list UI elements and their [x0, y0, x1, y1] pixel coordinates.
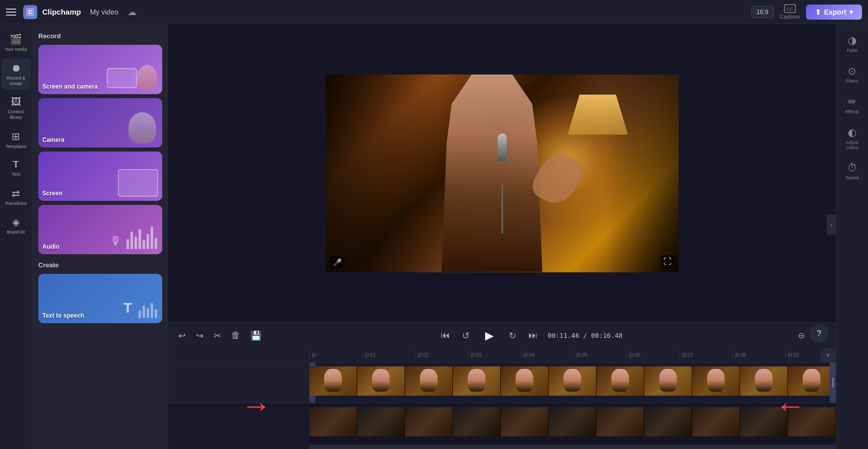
- tts-t-icon: T: [123, 300, 132, 316]
- screen-and-camera-card[interactable]: Screen and camera: [38, 45, 162, 94]
- ruler-mark-0: |0: [309, 352, 362, 359]
- microphone: [498, 133, 507, 161]
- menu-button[interactable]: [6, 6, 18, 18]
- video-background: [326, 74, 679, 272]
- filmstrip-frame-9: [692, 366, 740, 396]
- video-preview: 🎤 ⛶: [326, 74, 679, 272]
- effects-button[interactable]: ✏ Effects: [838, 91, 867, 119]
- sidebar-item-transitions[interactable]: ⇄ Transitions: [2, 183, 31, 210]
- filmstrip2-frame-5: [501, 407, 549, 436]
- left-shadow: [326, 74, 437, 272]
- screen-and-camera-label: Screen and camera: [42, 83, 98, 90]
- topbar: C Clipchamp My video ☁ 16:9 CC Captions …: [0, 0, 868, 24]
- your-media-icon: 🎬: [10, 33, 22, 45]
- transitions-label: Transitions: [5, 201, 27, 206]
- ruler-mark-2: |0:02: [415, 352, 468, 359]
- video-preview-area: 🎤 ⛶: [168, 24, 836, 322]
- content-library-icon: 🖼: [11, 96, 21, 108]
- camera-decoration: [128, 112, 156, 143]
- track-1-label: [168, 362, 309, 403]
- templates-label: Templates: [6, 144, 26, 149]
- fullscreen-button[interactable]: ⛶: [660, 255, 675, 268]
- text-to-speech-label: Text to speech: [42, 312, 84, 319]
- your-media-label: Your media: [5, 47, 27, 52]
- sidebar-item-text[interactable]: T Text: [2, 156, 31, 181]
- mic-stand: [501, 183, 503, 234]
- cloud-save-icon: ☁: [127, 7, 137, 18]
- filters-button[interactable]: ⊙ Filters: [838, 60, 867, 89]
- aspect-ratio-badge[interactable]: 16:9: [751, 6, 774, 18]
- microphone-strip-button[interactable]: 🎤: [330, 256, 345, 268]
- help-button[interactable]: ?: [810, 324, 829, 343]
- adjust-colors-button[interactable]: ◐ Adjustcolors: [838, 121, 867, 155]
- singer-body: [442, 74, 543, 272]
- skip-back-button[interactable]: ↺: [460, 328, 472, 343]
- captions-label: Captions: [780, 14, 799, 20]
- captions-button[interactable]: CC Captions: [780, 4, 799, 20]
- track-1-content[interactable]: [309, 362, 836, 403]
- video-title[interactable]: My video: [90, 8, 118, 16]
- brand-kit-icon: ◈: [12, 216, 20, 228]
- left-trim-arrow: →: [241, 391, 272, 421]
- export-button[interactable]: ⬆ Export ▾: [806, 5, 862, 20]
- screen-decoration: [118, 169, 158, 197]
- sidebar-item-record-create[interactable]: ⏺ Record &create: [2, 58, 31, 91]
- skip-forward-button[interactable]: ↻: [507, 328, 518, 343]
- playback-controls: ⏮ ↺ ▶ ↻ ⏭ 00:11.46 / 00:16.48: [439, 326, 623, 345]
- cut-button[interactable]: ✂: [212, 328, 223, 343]
- track-2-content[interactable]: [309, 403, 836, 443]
- filmstrip2-frame-8: [644, 407, 692, 436]
- fade-icon: ◑: [848, 34, 856, 46]
- filters-label: Filters: [846, 79, 858, 84]
- filters-icon: ⊙: [848, 65, 856, 77]
- save-button[interactable]: 💾: [248, 328, 263, 343]
- skip-to-end-button[interactable]: ⏭: [526, 328, 540, 343]
- text-label: Text: [12, 172, 20, 177]
- sidebar-item-content-library[interactable]: 🖼 Content library: [2, 92, 31, 124]
- timeline-scrollbar[interactable]: [309, 445, 836, 449]
- svg-text:C: C: [28, 10, 32, 15]
- audio-label: Audio: [42, 243, 59, 250]
- adjust-colors-label: Adjustcolors: [846, 140, 858, 150]
- center-area: 🎤 ⛶ ↩ ↪ ✂ 🗑 💾 ⏮ ↺ ▶ ↻ ⏭ 00:11.46 /: [168, 24, 836, 449]
- fade-button[interactable]: ◑ Fade: [838, 29, 867, 58]
- camera-label: Camera: [42, 136, 64, 143]
- left-panel: Record Screen and camera Camera Screen: [32, 24, 168, 449]
- zoom-out-button[interactable]: ⊖: [798, 331, 805, 340]
- sidebar-item-templates[interactable]: ⊞ Templates: [2, 126, 31, 154]
- ruler-mark-7: |0:07: [680, 352, 732, 359]
- adjust-colors-icon: ◐: [848, 126, 856, 138]
- transitions-icon: ⇄: [12, 187, 20, 199]
- timeline-ruler: |0 |0:01 |0:02 |0:03 |0:04 |0:05 |0:06 |…: [168, 348, 836, 362]
- filmstrip-frame-7: [596, 366, 644, 396]
- ruler-scrollbar[interactable]: ▼: [821, 348, 836, 362]
- track-right-handle[interactable]: [830, 362, 836, 403]
- effects-icon: ✏: [848, 96, 856, 108]
- rewind-to-start-button[interactable]: ⏮: [439, 328, 452, 343]
- redo-button[interactable]: ↪: [194, 328, 206, 343]
- screen-card[interactable]: Screen: [38, 152, 162, 201]
- camera-card[interactable]: Camera: [38, 98, 162, 147]
- right-trim-arrow: ←: [775, 391, 806, 421]
- speed-button[interactable]: ⏱ Speed: [838, 157, 867, 185]
- undo-button[interactable]: ↩: [176, 328, 188, 343]
- filmstrip-frame-1: [309, 366, 357, 396]
- fade-label: Fade: [847, 48, 857, 53]
- speed-label: Speed: [845, 175, 858, 180]
- audio-card[interactable]: 🎙 Audio: [38, 205, 162, 254]
- play-button[interactable]: ▶: [480, 326, 499, 345]
- current-time: 00:11.46: [548, 332, 579, 339]
- topbar-right: 16:9 CC Captions ⬆ Export ▾: [751, 4, 862, 20]
- text-icon: T: [13, 160, 19, 170]
- sidebar-item-brand-kit[interactable]: ◈ Brand kit: [2, 212, 31, 239]
- filmstrip2-frame-6: [549, 407, 596, 436]
- filmstrip-1: [309, 366, 836, 396]
- effects-label: Effects: [845, 109, 859, 114]
- right-panel: ◑ Fade ⊙ Filters ✏ Effects ◐ Adjustcolor…: [836, 24, 868, 449]
- export-chevron-icon: ▾: [849, 8, 853, 16]
- delete-button[interactable]: 🗑: [229, 328, 242, 343]
- tts-wave-decoration: [139, 303, 157, 318]
- sidebar-item-your-media[interactable]: 🎬 Your media: [2, 29, 31, 56]
- panel-collapse-button[interactable]: ‹: [827, 214, 836, 235]
- text-to-speech-card[interactable]: T Text to speech: [38, 274, 162, 323]
